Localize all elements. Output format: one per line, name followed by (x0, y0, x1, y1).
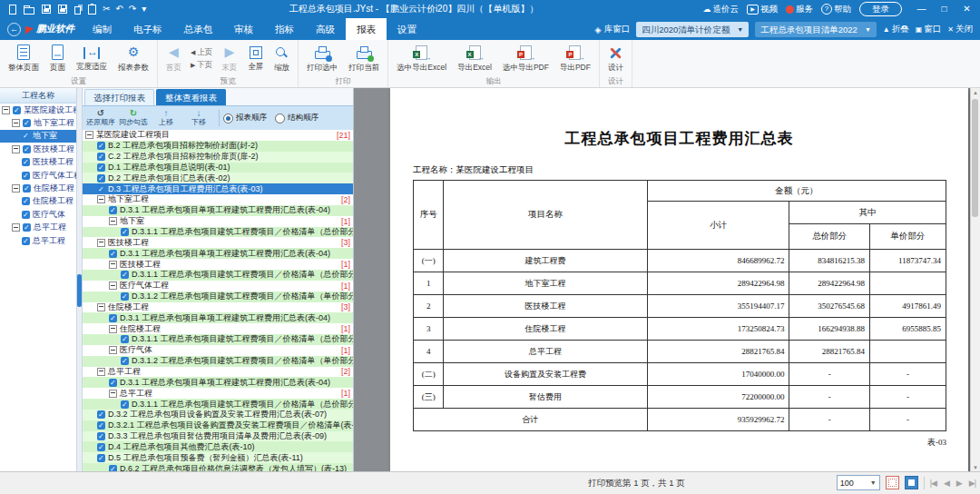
checkbox-checked-icon[interactable] (97, 421, 105, 430)
checkbox-checked-icon[interactable] (23, 119, 31, 127)
fit-window-icon[interactable] (905, 476, 918, 489)
checkbox-checked-icon[interactable] (109, 206, 117, 214)
project-tree-item[interactable]: 某医院建设工程项目 (0, 104, 76, 116)
expander-icon[interactable] (97, 195, 105, 203)
report-params-button[interactable]: ⚙报表参数 (113, 42, 154, 75)
checkbox-checked-icon[interactable] (97, 432, 105, 440)
report-tree-group[interactable]: 总平工程[1] (83, 388, 353, 399)
next-page-nav-icon[interactable]: ▶ (956, 479, 962, 488)
project-tree-item[interactable]: 医技楼工程 (0, 156, 76, 169)
export-excel-selected-button[interactable]: X→选中导出Excel (391, 42, 452, 75)
page-button[interactable]: 页面 (44, 42, 71, 75)
print-current-button[interactable]: 打印当前 (343, 42, 385, 75)
expander-icon[interactable] (109, 346, 117, 354)
cut-icon[interactable]: ✂ (103, 0, 110, 18)
close-project-button[interactable]: ✕关闭 (947, 24, 973, 35)
radio-report-order[interactable]: 报表顺序 (223, 113, 267, 124)
report-tree-item[interactable]: D.3.1.2 工程总承包项目建筑工程费项目／价格清单（单价部分）(表-06) (83, 356, 353, 367)
restore-order-button[interactable]: ↺还原顺序 (84, 109, 117, 127)
report-tree-group[interactable]: 医技楼工程[1] (83, 259, 353, 270)
expander-icon[interactable] (97, 368, 105, 376)
expander-icon[interactable] (85, 131, 93, 139)
report-tree-item[interactable]: D.3.3 工程总承包项目暂估费用项目清单及费用汇总表(表-09) (83, 431, 353, 442)
menu-item-2[interactable]: 总承包 (173, 18, 224, 40)
vertical-scrollbar[interactable]: ▲ ▼ (970, 88, 980, 472)
checkbox-checked-icon[interactable] (121, 335, 129, 343)
last-page-button[interactable]: ▶末页 (216, 42, 242, 75)
checkbox-checked-icon[interactable] (97, 454, 105, 462)
first-page-nav-icon[interactable]: |◀ (930, 479, 936, 488)
report-tree-group[interactable]: 医疗气体[1] (83, 345, 353, 356)
minimize-icon[interactable]: — (910, 0, 933, 18)
login-button[interactable]: 登录 (859, 2, 902, 16)
export-excel-button[interactable]: X→导出Excel (452, 42, 497, 75)
checkbox-checked-icon[interactable] (22, 132, 30, 140)
report-tree-item[interactable]: D.4 工程总承包项目其他费汇总表(表-10) (83, 441, 353, 452)
scrollbar-thumb[interactable] (972, 99, 978, 217)
help-link[interactable]: ?帮助 (821, 4, 851, 15)
report-tree-item[interactable]: D.3.1.1 工程总承包项目建筑工程费项目／价格清单（总价部分）(表-05) (83, 270, 353, 281)
export-pdf-selected-button[interactable]: P→选中导出PDF (497, 42, 554, 75)
prev-page-nav-icon[interactable]: ◀ (944, 479, 949, 488)
project-tree-item[interactable]: 地下室 (0, 130, 76, 143)
expander-icon[interactable] (109, 390, 117, 398)
menu-item-3[interactable]: 审核 (223, 18, 264, 40)
move-up-button[interactable]: ↑上移 (150, 109, 182, 127)
checkbox-checked-icon[interactable] (109, 379, 117, 387)
report-tree-group[interactable]: 医疗气体工程[1] (83, 281, 353, 291)
first-page-button[interactable]: ◀首页 (161, 42, 187, 75)
expander-icon[interactable] (97, 239, 105, 247)
project-tree-item[interactable]: 住院楼工程 (0, 182, 76, 194)
checkbox-checked-icon[interactable] (22, 237, 30, 245)
report-tree-item[interactable]: C.2 工程总承包项目招标控制价扉页(扉-2) (83, 152, 353, 163)
lib-window-button[interactable]: ◈库窗口 (594, 24, 630, 35)
report-tree-group[interactable]: 医技楼工程[3] (83, 237, 353, 248)
scroll-up-icon[interactable]: ▲ (971, 88, 980, 97)
report-tree-item[interactable]: D.3 工程总承包项目工程费用汇总表(表-03) (83, 183, 353, 194)
video-link[interactable]: ▶视频 (747, 4, 778, 15)
tab-select-print-reports[interactable]: 选择打印报表 (84, 89, 154, 105)
brand-logo[interactable]: 鹏业软件 (25, 23, 74, 35)
checkbox-checked-icon[interactable] (97, 174, 105, 183)
customize-icon[interactable]: ▾ (142, 0, 146, 18)
expander-icon[interactable] (109, 217, 117, 225)
radio-structure-order[interactable]: 结构顺序 (275, 113, 318, 124)
checkbox-checked-icon[interactable] (22, 172, 30, 180)
report-tree-group[interactable]: 地下室工程[2] (83, 194, 353, 205)
export-pdf-button[interactable]: P→导出PDF (554, 42, 596, 75)
checkbox-checked-icon[interactable] (23, 223, 31, 232)
report-tree-item[interactable]: D.3.1 工程总承包项目单项工程建筑工程费用汇总表(表-04) (83, 205, 353, 216)
checkbox-checked-icon[interactable] (121, 228, 129, 236)
list-dropdown[interactable]: 工程总承包项目清单2022▼ (755, 22, 877, 37)
expander-icon[interactable] (2, 106, 10, 114)
project-tree-item[interactable]: 总平工程 (0, 222, 76, 234)
checkbox-checked-icon[interactable] (109, 250, 117, 258)
fullscreen-button[interactable]: 全屏 (242, 42, 269, 75)
project-tree-item[interactable]: 住院楼工程 (0, 195, 76, 208)
open-icon[interactable] (24, 7, 34, 15)
report-tree-item[interactable]: D.3.1.1 工程总承包项目建筑工程费项目／价格清单（总价部分）(表-05) (83, 334, 353, 345)
menu-item-0[interactable]: 编制 (82, 18, 122, 40)
report-tree-group[interactable]: 总平工程[2] (83, 367, 353, 378)
expander-icon[interactable] (109, 325, 117, 333)
copy-icon[interactable] (74, 6, 81, 15)
report-tree-item[interactable]: B.2 工程总承包项目招标控制价封面(封-2) (83, 141, 353, 152)
checkbox-checked-icon[interactable] (23, 184, 31, 193)
menu-item-5[interactable]: 高级 (305, 18, 346, 40)
fit-width-button[interactable]: 宽度适应 (71, 42, 113, 75)
report-tree-group[interactable]: 住院楼工程[3] (83, 302, 353, 313)
page-setup-icon[interactable] (886, 476, 899, 489)
checkbox-checked-icon[interactable] (97, 163, 105, 172)
report-tree-item[interactable]: D.3.1.1 工程总承包项目建筑工程费项目／价格清单（总价部分）(表-05) (83, 399, 353, 410)
last-page-nav-icon[interactable]: ▶| (969, 479, 975, 488)
paste-icon[interactable] (88, 5, 96, 15)
maximize-icon[interactable]: □ (933, 0, 956, 18)
report-tree-item[interactable]: D.3.1.1 工程总承包项目建筑工程费项目／价格清单（总价部分）(表-05) (83, 227, 353, 238)
checkbox-checked-icon[interactable] (22, 158, 30, 166)
report-tree-item[interactable]: D.3.1 工程总承包项目单项工程建筑工程费用汇总表(表-04) (83, 377, 353, 388)
splitter-handle[interactable] (77, 274, 82, 307)
menu-item-4[interactable]: 指标 (264, 18, 305, 40)
expander-icon[interactable] (109, 282, 117, 290)
zoom-select[interactable]: 100▼ (837, 475, 880, 490)
checkbox-checked-icon[interactable] (22, 197, 30, 205)
